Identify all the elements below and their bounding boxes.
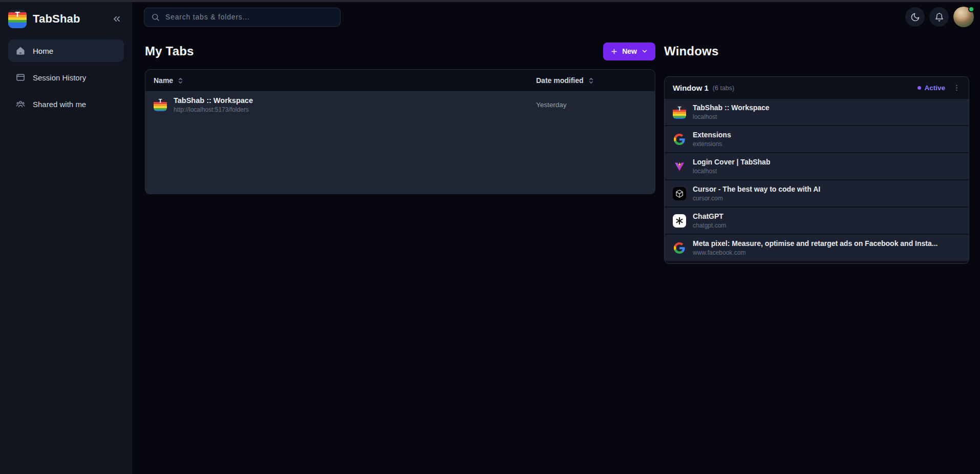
sort-icon[interactable] <box>588 77 594 85</box>
tab-domain: localhost <box>693 113 770 120</box>
main-content: My Tabs New Name <box>132 32 980 474</box>
window-card-header: Window 1 (6 tabs) Active <box>665 77 969 99</box>
tab-domain: localhost <box>693 168 770 175</box>
users-icon <box>15 99 26 109</box>
my-tabs-section: My Tabs New Name <box>145 32 655 474</box>
my-tabs-table: Name Date modified <box>145 69 655 194</box>
user-avatar[interactable] <box>953 7 974 27</box>
windows-header: Windows <box>664 42 969 60</box>
favicon-chatgpt-icon <box>673 214 686 228</box>
new-button[interactable]: New <box>603 43 655 60</box>
active-status-badge: Active <box>918 84 945 92</box>
search-icon <box>151 13 160 22</box>
chevrons-left-icon <box>112 14 122 24</box>
window-name: Window 1 <box>673 84 709 92</box>
active-dot-icon <box>918 86 921 90</box>
date-column-label: Date modified <box>536 76 584 85</box>
tab-row[interactable]: ChatGPT chatgpt.com <box>665 208 969 234</box>
favicon-google-icon <box>673 241 686 255</box>
tab-title: Cursor - The best way to code with AI <box>693 185 820 193</box>
tab-title: Login Cover | TabShab <box>693 158 770 166</box>
row-url: http://localhost:5173/folders <box>174 106 253 113</box>
row-name-cell: T TabShab :: Workspace http://localhost:… <box>145 96 536 113</box>
search-input[interactable] <box>165 13 333 21</box>
app-title: TabShab <box>33 12 103 26</box>
my-tabs-title: My Tabs <box>145 44 194 58</box>
favicon-tabshab-icon: T <box>673 106 686 119</box>
tab-title: TabShab :: Workspace <box>693 104 770 112</box>
sidebar-collapse-button[interactable] <box>110 12 124 26</box>
sidebar-header: T TabShab <box>0 2 132 35</box>
tab-title: Extensions <box>693 131 731 139</box>
sidebar-item-label: Home <box>33 47 53 55</box>
tab-title: Meta pixel: Measure, optimise and retarg… <box>693 239 938 248</box>
plus-icon <box>610 48 618 55</box>
home-icon <box>15 46 26 56</box>
online-status-dot <box>968 6 974 12</box>
topbar-actions <box>905 7 974 27</box>
tab-row[interactable]: Meta pixel: Measure, optimise and retarg… <box>665 235 969 261</box>
theme-toggle-button[interactable] <box>905 7 925 27</box>
window-tab-count: (6 tabs) <box>713 85 734 92</box>
favicon-cursor-icon <box>673 187 686 200</box>
session-history-icon <box>15 72 26 83</box>
table-row[interactable]: T TabShab :: Workspace http://localhost:… <box>145 92 655 117</box>
tab-title: ChatGPT <box>693 212 726 220</box>
tab-domain: extensions <box>693 140 731 148</box>
search-box[interactable] <box>144 8 340 27</box>
sidebar-item-label: Shared with me <box>33 100 86 109</box>
app-screen: T TabShab Home Session History <box>0 0 980 474</box>
chevron-down-icon <box>641 48 648 55</box>
moon-icon <box>910 12 920 22</box>
tabshab-logo-icon: T <box>8 10 27 28</box>
topbar <box>132 2 980 32</box>
tab-row[interactable]: Extensions extensions <box>665 126 969 152</box>
column-header-date[interactable]: Date modified <box>536 76 655 85</box>
column-header-name[interactable]: Name <box>145 76 536 85</box>
window-card: Window 1 (6 tabs) Active <box>664 76 969 264</box>
tab-domain: www.facebook.com <box>693 249 938 256</box>
sidebar-nav: Home Session History Shared with me <box>0 35 132 119</box>
tab-domain: chatgpt.com <box>693 222 726 229</box>
bell-icon <box>934 12 944 22</box>
kebab-menu-icon <box>952 84 961 92</box>
tab-row[interactable]: T TabShab :: Workspace localhost <box>665 99 969 125</box>
active-label: Active <box>924 84 945 92</box>
favicon-tabshab-icon: T <box>154 98 167 111</box>
tab-domain: cursor.com <box>693 195 820 202</box>
tab-row[interactable]: Cursor - The best way to code with AI cu… <box>665 180 969 207</box>
row-date-cell: Yesterday <box>536 101 655 109</box>
name-column-label: Name <box>154 76 173 85</box>
favicon-vite-icon <box>673 160 686 173</box>
window-menu-button[interactable] <box>951 83 962 93</box>
table-header: Name Date modified <box>145 70 655 92</box>
windows-title: Windows <box>664 44 719 58</box>
sidebar-item-label: Session History <box>33 73 86 82</box>
sidebar-item-session-history[interactable]: Session History <box>8 66 124 89</box>
tab-row[interactable]: Login Cover | TabShab localhost <box>665 153 969 179</box>
sort-icon[interactable] <box>177 77 184 85</box>
sidebar-item-shared-with-me[interactable]: Shared with me <box>8 93 124 115</box>
window-tab-list: T TabShab :: Workspace localhost Extensi… <box>665 99 969 261</box>
favicon-google-icon <box>673 133 686 146</box>
sidebar: T TabShab Home Session History <box>0 2 132 474</box>
notifications-button[interactable] <box>929 7 949 27</box>
sidebar-item-home[interactable]: Home <box>8 39 124 62</box>
row-title: TabShab :: Workspace <box>174 96 253 105</box>
new-button-label: New <box>622 47 637 55</box>
windows-section: Windows Window 1 (6 tabs) Active <box>664 32 969 474</box>
my-tabs-header: My Tabs New <box>145 42 655 60</box>
